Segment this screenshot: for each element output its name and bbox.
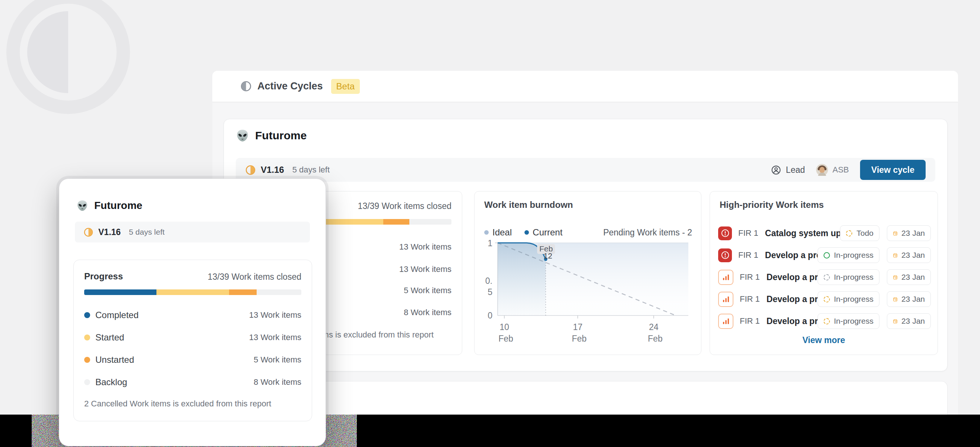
cycle-progress-icon (245, 165, 256, 175)
priority-urgent-icon (718, 248, 732, 262)
progress-summary: 13/39 Work items closed (208, 272, 301, 282)
legend-dot (84, 357, 90, 363)
current-dot (525, 230, 529, 235)
popup-title-row: Futurome (76, 200, 142, 212)
legend-value: 8 Work items (404, 308, 452, 317)
calendar-icon (893, 229, 898, 237)
work-item-row[interactable]: FIR 1 Develop a pro... In-progress 23 Ja… (718, 246, 931, 264)
date-badge[interactable]: 23 Jan (887, 225, 931, 241)
progress-note: 2 Cancelled Work items is excluded from … (84, 399, 271, 409)
alien-emoji-icon (76, 200, 88, 212)
progress-segment-unstarted (383, 219, 410, 224)
screen: Active Cycles Beta Futurome V1.16 5 d (0, 0, 980, 447)
status-label: Todo (856, 229, 873, 238)
active-cycles-icon (240, 81, 251, 92)
high-priority-title: High-priority Work items (720, 200, 824, 210)
priority-urgent-icon (718, 226, 732, 240)
avatar[interactable] (816, 164, 828, 176)
cycle-version-bar: V1.16 5 days left Lead ASB View cycle (236, 158, 935, 182)
xtick-24-feb: Feb (648, 334, 663, 344)
work-item-title: Develop a pro... (767, 316, 818, 326)
work-item-id: FIR 1 (738, 250, 758, 260)
date-label: 23 Jan (901, 317, 925, 326)
status-label: In-progress (834, 295, 873, 304)
date-label: 23 Jan (901, 229, 925, 238)
priority-high-icon (718, 270, 733, 285)
work-item-title: Develop a pro... (765, 250, 818, 260)
status-icon (824, 252, 830, 259)
cycle-days-left: 5 days left (129, 227, 165, 237)
ytick-05: 5 (488, 287, 492, 297)
calendar-icon (893, 295, 898, 303)
status-label: In-progress (834, 273, 873, 282)
date-badge[interactable]: 23 Jan (887, 269, 931, 285)
legend-dot (84, 379, 90, 385)
page-title: Active Cycles (258, 81, 323, 92)
high-priority-card: High-priority Work items FIR 1 Catalog s… (710, 191, 938, 355)
status-label: In-progress (834, 251, 873, 259)
ytick-1: 1 (488, 239, 492, 248)
cycle-card: Futurome V1.16 5 days left Lead (223, 119, 948, 371)
work-item-title: Develop a pro... (767, 272, 818, 282)
status-icon (824, 274, 830, 280)
cycle-version: V1.16 (261, 165, 284, 175)
work-item-row[interactable]: FIR 1 Develop a pro... In-progress 23 Ja… (718, 290, 931, 308)
user-icon (771, 165, 781, 175)
legend-dot (84, 334, 90, 340)
progress-segment-unstarted (229, 290, 257, 295)
cycle-popup: Futurome V1.16 5 days left Progress 13/3… (59, 178, 326, 446)
lead-initials: ASB (832, 165, 849, 175)
progress-legend-row: Started 13 Work items (84, 331, 301, 344)
ideal-dot (484, 230, 489, 235)
status-badge[interactable]: In-progress (818, 247, 880, 263)
cycle-progress-icon (84, 227, 93, 237)
view-cycle-button[interactable]: View cycle (860, 160, 926, 180)
work-item-row[interactable]: FIR 1 Develop a pro... In-progress 23 Ja… (718, 268, 931, 286)
date-label: 23 Jan (901, 251, 925, 259)
progress-title: Progress (84, 271, 123, 282)
xtick-10: 10 (500, 322, 509, 332)
work-item-id: FIR 1 (740, 316, 760, 326)
legend-value: 13 Work items (399, 242, 452, 252)
date-badge[interactable]: 23 Jan (887, 313, 931, 329)
status-badge[interactable]: In-progress (818, 313, 880, 329)
legend-value: 13 Work items (249, 310, 301, 320)
status-icon (824, 318, 830, 325)
work-item-id: FIR 1 (740, 294, 760, 304)
next-section-card (223, 381, 948, 417)
date-badge[interactable]: 23 Jan (887, 247, 931, 263)
status-badge[interactable]: Todo (840, 225, 880, 241)
priority-high-icon (718, 292, 733, 307)
legend-label: Backlog (95, 377, 127, 387)
cycles-watermark (3, 0, 134, 129)
legend-dot (84, 312, 90, 318)
legend-value: 13 Work items (249, 332, 301, 342)
date-badge[interactable]: 23 Jan (887, 291, 931, 307)
status-badge[interactable]: In-progress (818, 269, 880, 285)
burndown-title: Work item burndown (484, 200, 573, 210)
progress-segment-backlog (257, 290, 301, 295)
beta-badge: Beta (331, 79, 360, 94)
progress-legend-row: Backlog 8 Work items (84, 375, 301, 389)
work-item-row[interactable]: FIR 1 Catalog system up... Todo 23 Jan (718, 224, 931, 242)
legend-value: 5 Work items (404, 286, 452, 295)
priority-high-icon (718, 313, 733, 329)
calendar-icon (893, 317, 898, 325)
legend-label: Completed (95, 310, 138, 320)
legend-value: 8 Work items (254, 377, 301, 387)
legend-value: 13 Work items (399, 264, 452, 274)
view-more-link[interactable]: View more (710, 335, 937, 345)
popup-progress-card: Progress 13/39 Work items closed Complet… (73, 259, 312, 421)
work-item-title: Catalog system up... (765, 228, 840, 239)
ytick-0: 0 (488, 311, 492, 320)
progress-summary: 13/39 Work items closed (358, 201, 452, 211)
progress-legend-row: Completed 13 Work items (84, 309, 301, 322)
cycle-name: Futurome (94, 200, 142, 212)
progress-segment-started (156, 290, 229, 295)
xtick-17-feb: Feb (572, 334, 587, 344)
progress-segment-backlog (409, 219, 452, 224)
cycle-version: V1.16 (98, 227, 121, 237)
work-item-row[interactable]: FIR 1 Develop a pro... In-progress 23 Ja… (718, 312, 931, 330)
status-badge[interactable]: In-progress (818, 291, 880, 307)
work-item-id: FIR 1 (738, 228, 758, 238)
